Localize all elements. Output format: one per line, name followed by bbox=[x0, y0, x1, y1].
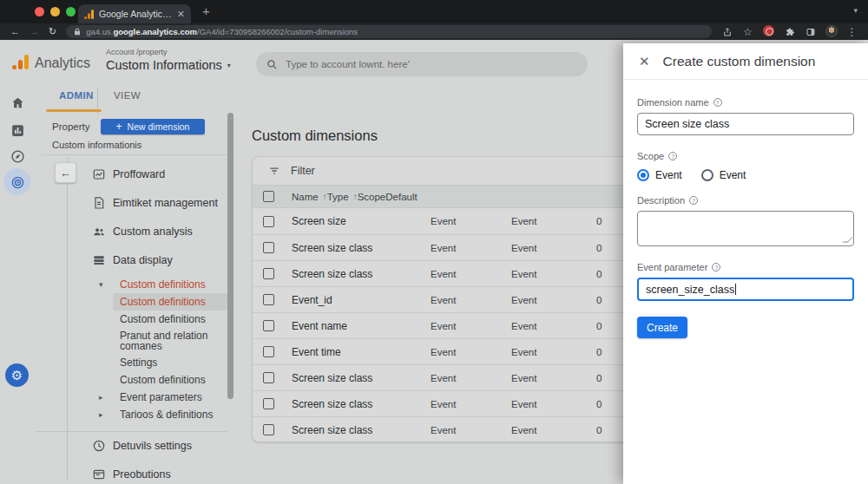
tab-close-icon[interactable]: ✕ bbox=[177, 9, 185, 20]
window-minimize-button[interactable] bbox=[50, 7, 60, 16]
sidebar-item[interactable]: Custom analysis bbox=[35, 217, 227, 245]
forward-icon[interactable]: → bbox=[30, 27, 39, 36]
help-icon[interactable]: ? bbox=[668, 152, 677, 160]
property-label: Property bbox=[52, 121, 89, 132]
dimension-name-label: Dimension name bbox=[637, 97, 709, 108]
reload-icon[interactable]: ↻ bbox=[49, 27, 56, 36]
account-label: Account /property bbox=[106, 48, 231, 56]
search-input[interactable]: Type to account lownt. here' bbox=[256, 52, 588, 76]
description-label: Description bbox=[637, 195, 685, 206]
sidebar-item[interactable]: Eimtiket management bbox=[35, 188, 227, 217]
window-close-button[interactable] bbox=[35, 7, 44, 16]
filter-bar[interactable]: Filter bbox=[253, 157, 635, 185]
sidebar-item[interactable]: Detuvils settings bbox=[35, 431, 227, 460]
sidebar-item[interactable]: ▸ Event parameters bbox=[113, 389, 227, 406]
admin-gear-button[interactable]: ⚙ bbox=[5, 363, 29, 387]
table-row: Screen size class Event Event 0 bbox=[253, 416, 635, 442]
avatar bbox=[825, 25, 838, 39]
chevron-down-icon[interactable]: ▾ bbox=[853, 6, 858, 15]
document-icon bbox=[92, 196, 106, 210]
dimension-name-input[interactable]: Screen size class bbox=[637, 113, 854, 135]
collapse-sidebar-button[interactable]: ← bbox=[55, 162, 76, 183]
select-all-checkbox[interactable] bbox=[263, 191, 274, 202]
sidebar-item[interactable]: Preobutions bbox=[35, 460, 227, 484]
card-icon bbox=[92, 468, 106, 481]
row-checkbox[interactable] bbox=[263, 424, 274, 435]
description-textarea[interactable] bbox=[637, 211, 854, 246]
new-dimension-button[interactable]: + New dimension bbox=[101, 119, 205, 134]
event-parameter-input[interactable]: screen_size_class bbox=[637, 278, 854, 301]
tab-view[interactable]: VIEW bbox=[114, 90, 141, 101]
tab-admin[interactable]: ADMIN bbox=[59, 90, 94, 101]
row-checkbox[interactable] bbox=[263, 372, 274, 383]
new-tab-button[interactable]: + bbox=[202, 3, 210, 18]
row-checkbox[interactable] bbox=[263, 320, 274, 331]
sidebar-item[interactable]: Pranut and relation comanes bbox=[113, 328, 227, 354]
browser-tab[interactable]: Google Analytics 4 | Admin ✕ bbox=[78, 4, 191, 23]
close-icon[interactable]: ✕ bbox=[639, 54, 650, 69]
reports-icon bbox=[10, 123, 25, 138]
sidebar-items: Proffoward Eimtiket management Custom an… bbox=[35, 160, 227, 484]
sidebar-item[interactable]: Custom definitions bbox=[113, 311, 227, 328]
search-icon bbox=[266, 59, 278, 70]
help-icon[interactable]: ? bbox=[712, 263, 720, 271]
page-title: Custom dimensions bbox=[252, 128, 378, 144]
main-content: Custom dimensions Filter Name ↑ Type ↑ S… bbox=[234, 113, 634, 484]
table-header-cells: Name ↑ Type ↑ Scope Default bbox=[292, 192, 635, 202]
active-tab-underline bbox=[46, 109, 102, 112]
star-icon: ☆ bbox=[743, 26, 753, 38]
url-path: /GA4/id=730958266002/custom-dimensions bbox=[197, 27, 358, 36]
column-header[interactable]: Type ↑ bbox=[327, 192, 358, 202]
table-row: Screen size Event Event 0 bbox=[253, 208, 635, 234]
caret-right-icon: ▸ bbox=[99, 410, 103, 419]
sidebar-subtitle: Custom informationis bbox=[52, 140, 141, 150]
people-icon bbox=[92, 225, 106, 239]
clock-icon bbox=[92, 439, 106, 453]
sidebar-item[interactable]: Custom definitions bbox=[113, 371, 227, 389]
row-checkbox[interactable] bbox=[263, 268, 274, 279]
column-header[interactable]: Name ↑ bbox=[292, 192, 327, 202]
sidebar-item[interactable]: Data display bbox=[35, 245, 227, 274]
lock-icon bbox=[74, 28, 81, 36]
rows-icon bbox=[92, 253, 106, 267]
custom-dimensions-card: Filter Name ↑ Type ↑ Scope Default Scree… bbox=[252, 156, 635, 442]
scope-label: Scope bbox=[637, 151, 664, 161]
advertising-icon bbox=[10, 175, 25, 190]
table-row: Screen size class Event Event 0 bbox=[253, 364, 635, 390]
account-name: Custom Informations bbox=[106, 58, 222, 72]
sidebar-item[interactable]: Custom definitions bbox=[113, 293, 227, 311]
column-header[interactable]: Scope bbox=[358, 192, 386, 202]
sidepanel-icon bbox=[806, 27, 816, 37]
column-header[interactable]: Default bbox=[385, 192, 417, 202]
scope-option-event-1[interactable]: Event bbox=[637, 169, 682, 181]
caret-right-icon: ▸ bbox=[99, 393, 103, 402]
back-icon[interactable]: ← bbox=[10, 27, 20, 36]
search-placeholder: Type to account lownt. here' bbox=[286, 59, 410, 69]
table-row: Event name Event Event 0 bbox=[253, 312, 635, 338]
window-maximize-button[interactable] bbox=[66, 7, 76, 16]
gear-icon: ⚙ bbox=[11, 368, 23, 383]
row-checkbox[interactable] bbox=[263, 242, 274, 253]
table-header: Name ↑ Type ↑ Scope Default bbox=[253, 185, 635, 208]
product-name: Analytics bbox=[35, 56, 90, 71]
row-checkbox[interactable] bbox=[263, 216, 274, 227]
account-switcher[interactable]: Account /property Custom Informations ▾ bbox=[106, 48, 231, 72]
sidebar-item[interactable]: Settings bbox=[113, 354, 227, 371]
sidebar-item[interactable]: ▸ Tarioos & definitions bbox=[113, 406, 227, 423]
help-icon[interactable]: ? bbox=[689, 196, 698, 205]
table-row: Event_id Event Event 0 bbox=[253, 286, 635, 312]
sidebar-item[interactable]: ▾ Custom definitions bbox=[113, 276, 227, 293]
address-bar[interactable]: ga4.us.google.analytics.com/GA4/id=73095… bbox=[66, 25, 712, 38]
table-row: Screen size class Event Event 0 bbox=[253, 390, 635, 416]
row-checkbox[interactable] bbox=[263, 398, 274, 409]
row-checkbox[interactable] bbox=[263, 346, 274, 357]
help-icon[interactable]: ? bbox=[713, 98, 722, 107]
home-icon bbox=[10, 95, 25, 110]
browser-tab-strip: Google Analytics 4 | Admin ✕ + ▾ bbox=[0, 0, 868, 23]
row-checkbox[interactable] bbox=[263, 294, 274, 305]
create-button[interactable]: Create bbox=[637, 317, 687, 338]
scope-option-event-2[interactable]: Event bbox=[701, 169, 746, 181]
caret-down-icon: ▾ bbox=[227, 62, 231, 69]
sidebar-scrollbar[interactable] bbox=[227, 113, 233, 399]
text-caret bbox=[735, 284, 736, 295]
